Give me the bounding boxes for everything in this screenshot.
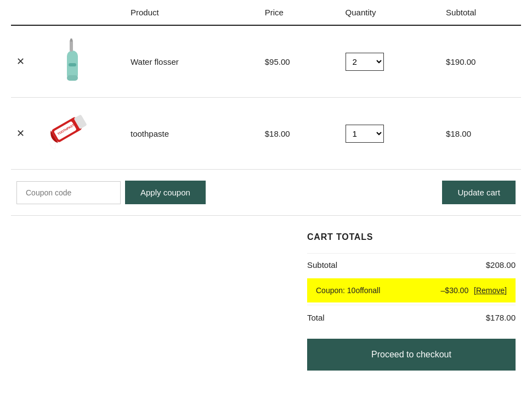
- toothpaste-svg: TOOTHPASTE: [50, 109, 94, 158]
- water-flosser-subtotal: $190.00: [440, 25, 521, 98]
- coupon-input[interactable]: [16, 181, 121, 204]
- toothpaste-subtotal: $18.00: [440, 98, 521, 170]
- subtotal-label: Subtotal: [307, 260, 337, 270]
- remove-toothpaste-button[interactable]: ✕: [16, 128, 25, 138]
- water-flosser-price: $95.00: [259, 25, 340, 98]
- coupon-amount: –$30.00: [441, 286, 469, 295]
- coupon-discount-value: –$30.00 [Remove]: [441, 286, 507, 295]
- coupon-discount-label: Coupon: 10offonall: [316, 286, 380, 295]
- remove-cell: ✕: [11, 25, 44, 98]
- svg-rect-4: [67, 75, 78, 81]
- toothpaste-price: $18.00: [259, 98, 340, 170]
- water-flosser-quantity-cell: 1 2 3 4 5: [340, 25, 441, 98]
- col-header-remove: [11, 0, 44, 25]
- subtotal-row: Subtotal $208.00: [307, 253, 516, 276]
- coupon-update-row: Apply coupon Update cart: [11, 170, 521, 216]
- svg-rect-2: [70, 38, 72, 42]
- cart-totals-section: CART TOTALS Subtotal $208.00 Coupon: 10o…: [11, 232, 521, 371]
- cart-totals: CART TOTALS Subtotal $208.00 Coupon: 10o…: [307, 232, 516, 371]
- toothpaste-image: TOOTHPASTE: [50, 109, 94, 158]
- coupon-discount-row: Coupon: 10offonall –$30.00 [Remove]: [307, 278, 516, 302]
- water-flosser-image-cell: [44, 25, 125, 98]
- toothpaste-quantity-cell: 1 2 3 4 5: [340, 98, 441, 170]
- svg-rect-3: [69, 63, 76, 66]
- remove-toothpaste-cell: ✕: [11, 98, 44, 170]
- cart-table: Product Price Quantity Subtotal ✕: [11, 0, 521, 170]
- total-row: Total $178.00: [307, 305, 516, 330]
- toothpaste-image-cell: TOOTHPASTE: [44, 98, 125, 170]
- col-header-product: Product: [125, 0, 259, 25]
- col-header-subtotal: Subtotal: [440, 0, 521, 25]
- water-flosser-quantity-select[interactable]: 1 2 3 4 5: [346, 53, 384, 71]
- update-cart-button[interactable]: Update cart: [442, 181, 516, 204]
- col-header-image: [44, 0, 125, 25]
- total-label: Total: [307, 313, 325, 322]
- col-header-price: Price: [259, 0, 340, 25]
- remove-water-flosser-button[interactable]: ✕: [16, 57, 25, 66]
- toothpaste-name: toothpaste: [125, 98, 259, 170]
- water-flosser-svg: [57, 37, 87, 86]
- proceed-to-checkout-button[interactable]: Proceed to checkout: [307, 339, 516, 371]
- apply-coupon-button[interactable]: Apply coupon: [125, 181, 206, 204]
- total-value: $178.00: [486, 313, 516, 322]
- table-row: ✕: [11, 25, 521, 98]
- remove-coupon-link[interactable]: [Remove]: [474, 286, 507, 295]
- water-flosser-image: [50, 37, 94, 86]
- subtotal-value: $208.00: [486, 260, 516, 270]
- table-row: ✕ TOOTHPASTE: [11, 98, 521, 170]
- col-header-quantity: Quantity: [340, 0, 441, 25]
- toothpaste-quantity-select[interactable]: 1 2 3 4 5: [346, 125, 384, 143]
- water-flosser-name: Water flosser: [125, 25, 259, 98]
- cart-totals-title: CART TOTALS: [307, 232, 516, 242]
